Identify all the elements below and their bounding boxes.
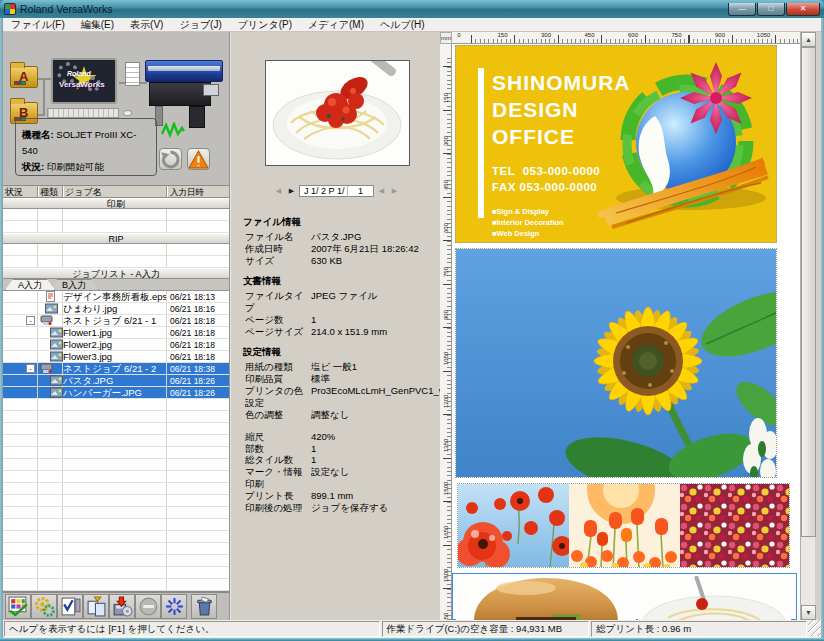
job-row[interactable]: Flower2.jpg06/21 18:18 (3, 339, 229, 351)
detail-label: 縮尺 (245, 431, 311, 443)
food-row-page[interactable] (452, 573, 797, 620)
column-header-3[interactable]: 入力日時 (167, 186, 229, 197)
detail-value: JPEG ファイル (311, 290, 440, 314)
empty-row (3, 483, 229, 495)
job-settings-icon[interactable] (31, 594, 57, 619)
job-row[interactable]: デザイン事務所看板.eps06/21 18:13 (3, 291, 229, 303)
job-row[interactable]: -ネストジョブ 6/21 - 106/21 18:18 (3, 315, 229, 327)
rip-process-icon[interactable] (161, 594, 187, 619)
hold-job-icon[interactable] (135, 594, 161, 619)
job-name: デザイン事務所看板.eps (63, 291, 167, 302)
logo-roland: Roland (67, 70, 91, 77)
duplicate-job-icon[interactable] (83, 594, 109, 619)
job-row[interactable]: パスタ.JPG06/21 18:26 (3, 375, 229, 387)
detail-row: サイズ630 KB (245, 255, 440, 267)
detail-row: 部数1 (245, 443, 440, 455)
tab-input-a[interactable]: A入力 (5, 279, 55, 290)
detail-value: 630 KB (311, 255, 440, 267)
status-label: 状況: (22, 161, 44, 172)
connector-line (43, 78, 45, 116)
card-tel-label: TEL (492, 165, 515, 177)
tree-expander-icon[interactable]: - (26, 364, 35, 373)
detail-value: 1 (311, 443, 440, 455)
card-page[interactable]: SHINOMURA DESIGN OFFICE TEL 053-000-0000… (455, 45, 777, 243)
menu-file[interactable]: ファイル(F) (3, 18, 73, 32)
column-header-2[interactable]: ジョブ名 (63, 186, 167, 197)
warning-icon[interactable] (187, 148, 210, 170)
status-drive-space: 作業ドライブ(C:)の空き容量 : 94,931 MB (382, 621, 590, 637)
ink-status-icon[interactable] (159, 148, 182, 170)
job-date: 06/21 18:13 (167, 291, 229, 302)
job-row[interactable]: ひまわり.jpg06/21 18:16 (3, 303, 229, 315)
layout-preview-icon[interactable] (5, 594, 31, 619)
prev-job-button[interactable]: ◀ (273, 186, 284, 197)
sunflower-page[interactable] (455, 248, 777, 478)
save-job-icon[interactable] (109, 594, 135, 619)
resize-grip[interactable] (808, 620, 821, 636)
tab-input-b[interactable]: B入力 (49, 279, 99, 290)
eps-file-icon (45, 291, 58, 302)
detail-row: プリンタの色設定Pro3EcoMLcLmH_GenPVC1_v720x720.i (245, 385, 440, 409)
menu-printer[interactable]: プリンタ(P) (230, 18, 300, 32)
menu-job[interactable]: ジョブ(J) (171, 18, 229, 32)
detail-row: 総タイル数1 (245, 454, 440, 466)
tree-expander-icon[interactable]: - (26, 316, 35, 325)
nest-job-icon (40, 363, 53, 374)
job-date: 06/21 18:26 (167, 387, 229, 398)
page-number: 1 (347, 186, 369, 197)
card-accent-bar (478, 68, 484, 218)
hamburger-image (456, 576, 636, 620)
detail-row: 用紙の種類塩ビ 一般1 (245, 361, 440, 373)
column-header-1[interactable]: 種類 (38, 186, 63, 197)
ruler-tick-label: 450 (443, 179, 449, 191)
job-row[interactable]: Flower1.jpg06/21 18:18 (3, 327, 229, 339)
empty-row (3, 567, 229, 579)
menu-help[interactable]: ヘルプ(H) (372, 18, 433, 32)
card-text-block: SHINOMURA DESIGN OFFICE TEL 053-000-0000… (492, 70, 631, 240)
job-date: 06/21 18:18 (167, 315, 229, 326)
status-total-print-length: 総プリント長 : 0.96 m (591, 621, 807, 637)
detail-row: プリント長899.1 mm (245, 490, 440, 502)
delete-job-icon[interactable] (191, 594, 217, 619)
ruler-tick-label: 0 (457, 32, 460, 38)
next-page-button[interactable]: ▶ (389, 186, 400, 197)
job-row[interactable]: ハンバーガー.JPG06/21 18:26 (3, 387, 229, 399)
nest-job-icon (40, 315, 53, 326)
close-button[interactable]: ✕ (786, 3, 820, 16)
column-header-0[interactable]: 状況 (3, 186, 38, 197)
job-name: Flower1.jpg (63, 327, 167, 338)
detail-label: プリンタの色設定 (245, 385, 311, 409)
menu-view[interactable]: 表示(V) (122, 18, 171, 32)
scroll-up-button[interactable]: ▲ (801, 32, 816, 47)
ruler-tick-label: 1350 (443, 440, 449, 452)
card-company-line: DESIGN (492, 97, 631, 124)
menu-media[interactable]: メディア(M) (300, 18, 372, 32)
menu-bar: ファイル(F)編集(E)表示(V)ジョブ(J)プリンタ(P)メディア(M)ヘルプ… (3, 18, 821, 32)
menu-edit[interactable]: 編集(E) (73, 18, 122, 32)
prev-page-button[interactable]: ◀ (376, 186, 387, 197)
job-row[interactable]: Flower3.jpg06/21 18:18 (3, 351, 229, 363)
maximize-button[interactable]: □ (757, 3, 785, 16)
minimize-button[interactable]: — (728, 3, 756, 16)
next-job-button[interactable]: ▶ (286, 186, 297, 197)
card-services-list: ■Sign & Display■Interior Decoration■Web … (492, 206, 631, 240)
input-folder-a[interactable]: A (10, 66, 38, 88)
preview-scrollbar[interactable]: ▲ ▼ (800, 32, 815, 620)
printer-icon (145, 54, 223, 128)
empty-row (3, 531, 229, 543)
section-title-2: 設定情報 (243, 346, 440, 358)
scrollbar-thumb[interactable] (801, 47, 816, 537)
image-file-icon (50, 351, 63, 362)
job-row[interactable]: -ネストジョブ 6/21 - 206/21 18:38 (3, 363, 229, 375)
detail-label: 印刷後の処理 (245, 502, 311, 514)
title-bar[interactable]: Roland VersaWorks — □ ✕ (0, 0, 824, 18)
job-name: ネストジョブ 6/21 - 2 (63, 363, 167, 374)
job-details-panel: ◀ ▶ J 1/ 2 P 1/ 1 ◀ ▶ ファイル情報ファイル名パスタ.JPG… (229, 32, 440, 620)
flower-strip-page[interactable] (457, 483, 790, 568)
detail-label: 色の調整 (245, 409, 311, 421)
scroll-down-button[interactable]: ▼ (801, 605, 816, 620)
job-page-navigator: ◀ ▶ J 1/ 2 P 1/ 1 ◀ ▶ (231, 184, 442, 198)
section-title-0: ファイル情報 (243, 216, 440, 228)
detail-label: 部数 (245, 443, 311, 455)
verify-job-icon[interactable] (57, 594, 83, 619)
